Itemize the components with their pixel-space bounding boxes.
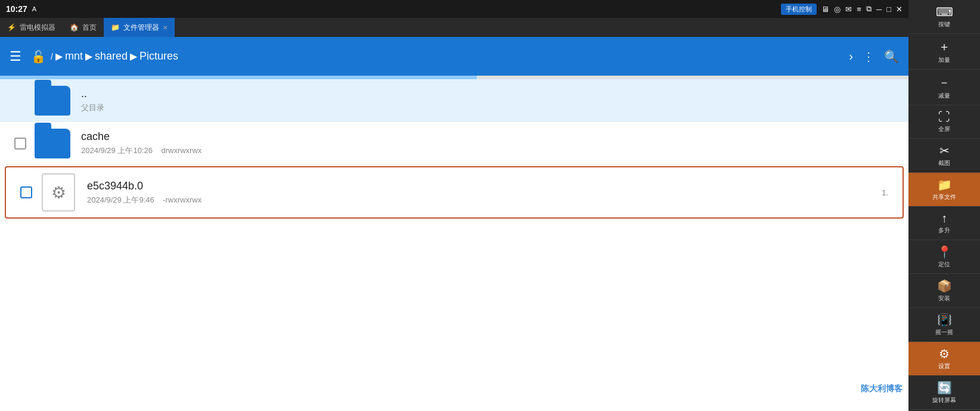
cache-name: cache xyxy=(81,130,899,143)
header-actions: › ⋮ 🔍 xyxy=(849,49,899,64)
sidebar-sharefiles-button[interactable]: 📁 共享文件 xyxy=(908,173,980,207)
file-e5c3944b-row[interactable]: ⚙ e5c3944b.0 2024/9/29 上午9:46 -rwxrwxrwx… xyxy=(5,166,904,219)
zoomin-icon: ＋ xyxy=(938,39,950,55)
sidebar-shake-button[interactable]: 📳 摇一摇 xyxy=(908,308,980,342)
minimize-icon[interactable]: ─ xyxy=(876,5,882,14)
cache-date: 2024/9/29 上午10:26 xyxy=(81,146,153,155)
install-label: 安装 xyxy=(938,294,950,303)
breadcrumb-root-sep: / xyxy=(51,52,53,61)
sidebar-moreup-button[interactable]: ↑ 多升 xyxy=(908,207,980,240)
tab-leidian-label: 雷电模拟器 xyxy=(20,23,55,33)
breadcrumb-pictures[interactable]: Pictures xyxy=(139,50,178,63)
file-date: 2024/9/29 上午9:46 xyxy=(87,195,154,204)
tab-home[interactable]: 🏠 首页 xyxy=(63,18,104,37)
sidebar-install-button[interactable]: 📦 安装 xyxy=(908,274,980,308)
cache-permissions: drwxrwxrwx xyxy=(161,146,201,155)
file-name: e5c3944b.0 xyxy=(87,180,882,192)
sidebar-fullscreen-button[interactable]: ⛶ 全屏 xyxy=(908,105,980,139)
watermark: 陈大利博客 xyxy=(861,384,903,394)
cache-row[interactable]: cache 2024/9/29 上午10:26 drwxrwxrwx xyxy=(0,122,908,165)
file-list: .. 父目录 cache 2024/9/29 上午10:26 drwxrwxrw… xyxy=(0,79,908,411)
shake-icon: 📳 xyxy=(937,313,952,327)
tab-file-manager-label: 文件管理器 xyxy=(123,23,159,33)
hamburger-button[interactable]: ☰ xyxy=(10,49,21,64)
sidebar-zoomout-button[interactable]: － 减量 xyxy=(908,70,980,105)
tab-file-manager[interactable]: 📁 文件管理器 ✕ xyxy=(104,18,175,37)
sidebar-screenshot-button[interactable]: ✂ 截图 xyxy=(908,139,980,173)
breadcrumb-arrow-1: ▶ xyxy=(55,51,63,62)
moreup-icon: ↑ xyxy=(941,211,947,225)
tab-leidian[interactable]: ⚡ 雷电模拟器 xyxy=(0,18,63,37)
lock-icon: 🔓 xyxy=(31,49,46,64)
right-sidebar: ⌨ 按键 ＋ 加量 － 减量 ⛶ 全屏 ✂ 截图 📁 共享文件 ↑ 多升 📍 定… xyxy=(908,0,980,411)
keyboard-indicator: A xyxy=(32,5,36,13)
cache-icon-wrap xyxy=(31,129,74,158)
fullscreen-icon: ⛶ xyxy=(938,110,950,124)
more-options-button[interactable]: ⋮ xyxy=(863,49,874,64)
parent-dir-info: .. 父目录 xyxy=(81,88,899,113)
search-button[interactable]: 🔍 xyxy=(884,49,899,64)
app-header: ☰ 🔓 / ▶ mnt ▶ shared ▶ Pictures › ⋮ 🔍 xyxy=(0,37,908,76)
mobile-control-label[interactable]: 手机控制 xyxy=(781,4,817,15)
shake-label: 摇一摇 xyxy=(935,328,953,337)
menu-icon[interactable]: ≡ xyxy=(857,5,861,14)
file-icon-wrap: ⚙ xyxy=(37,173,80,211)
cache-checkbox-area[interactable] xyxy=(10,138,31,150)
breadcrumb-arrow-3: ▶ xyxy=(130,51,137,62)
breadcrumb-shared[interactable]: shared xyxy=(95,50,128,63)
message-icon[interactable]: ✉ xyxy=(845,5,852,14)
zoomout-icon: － xyxy=(938,74,950,91)
display-icon[interactable]: 🖥 xyxy=(821,5,829,14)
rotate-label: 旋转屏幕 xyxy=(932,396,956,404)
keys-icon: ⌨ xyxy=(936,5,953,19)
breadcrumb-mnt[interactable]: mnt xyxy=(65,50,83,63)
close-icon[interactable]: ✕ xyxy=(896,5,903,14)
sidebar-locate-button[interactable]: 📍 定位 xyxy=(908,240,980,274)
gear-icon: ⚙ xyxy=(51,183,66,203)
system-time: 10:27 xyxy=(6,4,27,14)
tab-close-icon[interactable]: ✕ xyxy=(163,24,168,31)
cache-folder-icon xyxy=(35,129,70,158)
cache-info: cache 2024/9/29 上午10:26 drwxrwxrwx xyxy=(81,130,899,156)
row-number: 1. xyxy=(882,188,888,197)
screenshot-label: 截图 xyxy=(938,159,950,167)
breadcrumb: / ▶ mnt ▶ shared ▶ Pictures xyxy=(51,50,849,63)
sharefiles-icon: 📁 xyxy=(937,178,952,192)
file-permissions: -rwxrwxrwx xyxy=(163,195,201,204)
parent-dir-label: 父目录 xyxy=(81,102,899,113)
locate-label: 定位 xyxy=(938,260,950,269)
cache-checkbox[interactable] xyxy=(14,138,26,150)
file-doc-icon: ⚙ xyxy=(42,173,75,211)
sidebar-rotate-button[interactable]: 🔄 旋转屏幕 xyxy=(908,376,980,410)
restore-icon[interactable]: ⧉ xyxy=(866,4,872,14)
folder-tab-icon: 📁 xyxy=(111,23,120,32)
parent-dir-dotdot: .. xyxy=(81,88,899,100)
file-checkbox-area[interactable] xyxy=(15,186,37,198)
home-icon: 🏠 xyxy=(70,23,79,32)
moreup-label: 多升 xyxy=(938,226,950,235)
tab-bar: ⚡ 雷电模拟器 🏠 首页 📁 文件管理器 ✕ xyxy=(0,18,908,37)
file-checkbox[interactable] xyxy=(20,186,32,198)
forward-button[interactable]: › xyxy=(849,49,853,63)
maximize-icon[interactable]: □ xyxy=(886,5,891,14)
sidebar-keys-button[interactable]: ⌨ 按键 xyxy=(908,0,980,34)
locate-icon: 📍 xyxy=(937,245,952,259)
sidebar-zoomin-button[interactable]: ＋ 加量 xyxy=(908,34,980,70)
zoomin-label: 加量 xyxy=(938,56,950,64)
scissors-icon: ✂ xyxy=(939,144,950,158)
fullscreen-label: 全屏 xyxy=(938,125,950,133)
parent-dir-icon-wrap xyxy=(31,86,74,116)
sharefiles-label: 共享文件 xyxy=(932,193,956,201)
breadcrumb-arrow-2: ▶ xyxy=(85,51,92,62)
keys-label: 按键 xyxy=(938,20,950,29)
parent-dir-row[interactable]: .. 父目录 xyxy=(0,79,908,122)
settings-label: 设置 xyxy=(938,362,950,370)
zoomout-label: 减量 xyxy=(938,92,950,100)
window-controls[interactable]: 手机控制 🖥 ◎ ✉ ≡ ⧉ ─ □ ✕ xyxy=(775,0,908,18)
system-bar: 10:27 A ▼ ▲ 🔋 xyxy=(0,0,908,18)
record-icon[interactable]: ◎ xyxy=(834,5,841,14)
cache-meta: 2024/9/29 上午10:26 drwxrwxrwx xyxy=(81,145,899,156)
file-meta: 2024/9/29 上午9:46 -rwxrwxrwx xyxy=(87,195,882,206)
sidebar-settings-button[interactable]: ⚙ 设置 xyxy=(908,342,980,376)
leidian-icon: ⚡ xyxy=(7,23,16,32)
